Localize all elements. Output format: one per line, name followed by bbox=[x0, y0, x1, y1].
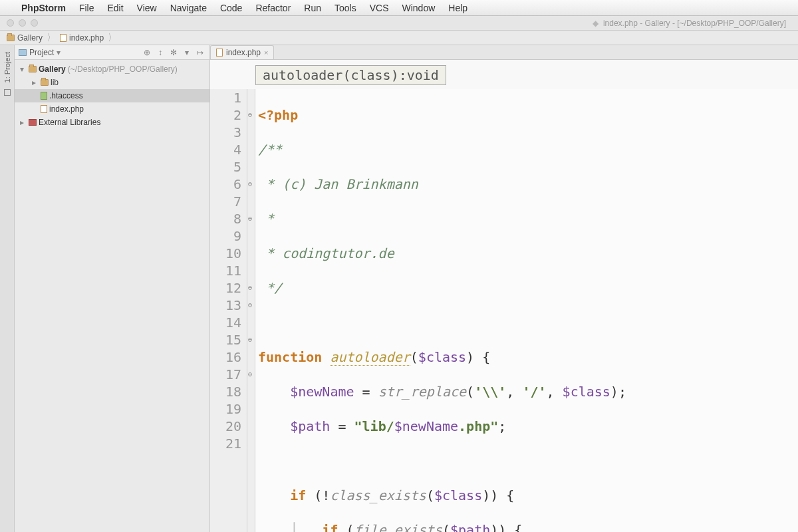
menu-window[interactable]: Window bbox=[402, 3, 436, 13]
fold-icon[interactable]: ⊖ bbox=[248, 106, 252, 124]
function-signature[interactable]: autoloader(class):void bbox=[255, 65, 446, 85]
hide-icon[interactable]: ↦ bbox=[195, 48, 205, 57]
breadcrumb-index[interactable]: index.php bbox=[57, 33, 106, 43]
macos-menubar: PhpStorm File Edit View Navigate Code Re… bbox=[0, 0, 798, 16]
breadcrumb-label: index.php bbox=[69, 33, 104, 43]
htaccess-file-icon bbox=[41, 92, 47, 100]
line-gutter: 123456789101112131415161718192021 bbox=[210, 89, 247, 532]
app-name[interactable]: PhpStorm bbox=[21, 3, 66, 13]
tree-item-lib[interactable]: ▸ lib bbox=[15, 76, 209, 89]
code-text[interactable]: <?php /** * (c) Jan Brinkmann * * coding… bbox=[255, 89, 798, 532]
tree-arrow-icon[interactable]: ▸ bbox=[32, 78, 39, 87]
menu-edit[interactable]: Edit bbox=[107, 3, 123, 13]
php-file-icon: ◆ bbox=[593, 19, 598, 28]
main-area: 1: Project Project ▾ ⊕ ↕ ✻ ▾ ↦ ▾ Gallery… bbox=[0, 45, 798, 532]
tree-item-label: lib bbox=[51, 78, 59, 87]
code-area[interactable]: 123456789101112131415161718192021 ⊖ ⊖ ⊖ … bbox=[210, 89, 798, 532]
breadcrumb: Gallery 〉 index.php 〉 bbox=[0, 31, 798, 45]
chevron-right-icon: 〉 bbox=[106, 32, 118, 44]
folder-icon bbox=[29, 66, 37, 72]
breadcrumb-gallery[interactable]: Gallery bbox=[4, 33, 45, 43]
breadcrumb-label: Gallery bbox=[17, 33, 43, 43]
php-file-icon bbox=[216, 49, 223, 57]
tree-external-libs[interactable]: ▸ External Libraries bbox=[15, 116, 209, 129]
folder-icon bbox=[41, 79, 49, 86]
menu-vcs[interactable]: VCS bbox=[370, 3, 389, 13]
fold-icon[interactable]: ⊖ bbox=[248, 210, 252, 227]
gear-icon[interactable]: ✻ bbox=[168, 48, 179, 57]
tree-root[interactable]: ▾ Gallery (~/Desktop/PHP_OOP/Gallery) bbox=[15, 63, 209, 76]
editor: index.php × autoloader(class):void 12345… bbox=[210, 45, 798, 532]
tool-icon[interactable] bbox=[4, 89, 11, 96]
editor-tab-label: index.php bbox=[226, 48, 261, 57]
tree-item-label: External Libraries bbox=[39, 118, 100, 127]
fold-gutter: ⊖ ⊖ ⊖ ⊖ ⊖ ⊖ ⊖ bbox=[247, 89, 255, 532]
tree-arrow-icon[interactable]: ▸ bbox=[20, 118, 27, 127]
tree-arrow-icon[interactable]: ▾ bbox=[20, 65, 27, 74]
breadcrumb-signature: autoloader(class):void bbox=[210, 60, 798, 89]
menu-view[interactable]: View bbox=[137, 3, 157, 13]
window-titlebar: ◆ index.php - Gallery - [~/Desktop/PHP_O… bbox=[0, 16, 798, 31]
tool-window-strip: 1: Project bbox=[0, 45, 15, 532]
fold-icon[interactable]: ⊖ bbox=[248, 366, 252, 383]
editor-tab-index[interactable]: index.php × bbox=[210, 45, 274, 59]
project-selector[interactable]: Project ▾ bbox=[19, 48, 61, 57]
php-file-icon bbox=[41, 105, 47, 113]
menu-run[interactable]: Run bbox=[304, 3, 321, 13]
traffic-lights bbox=[0, 19, 38, 27]
project-tree: ▾ Gallery (~/Desktop/PHP_OOP/Gallery) ▸ … bbox=[15, 60, 209, 132]
menu-navigate[interactable]: Navigate bbox=[170, 3, 207, 13]
libraries-icon bbox=[29, 119, 37, 126]
minimize-window-icon[interactable] bbox=[19, 19, 26, 27]
menu-code[interactable]: Code bbox=[220, 3, 242, 13]
editor-tabbar: index.php × bbox=[210, 45, 798, 60]
project-sidebar: Project ▾ ⊕ ↕ ✻ ▾ ↦ ▾ Gallery (~/Desktop… bbox=[15, 45, 210, 532]
tree-root-name: Gallery bbox=[39, 65, 66, 74]
menu-help[interactable]: Help bbox=[448, 3, 467, 13]
project-icon bbox=[19, 49, 27, 56]
php-file-icon bbox=[60, 34, 66, 42]
tree-item-label: index.php bbox=[49, 104, 84, 114]
chevron-down-icon[interactable]: ▾ bbox=[183, 48, 191, 57]
menu-file[interactable]: File bbox=[79, 3, 94, 13]
fold-icon[interactable]: ⊖ bbox=[248, 297, 252, 314]
window-title-text: index.php - Gallery - [~/Desktop/PHP_OOP… bbox=[603, 19, 786, 28]
project-label: Project bbox=[29, 48, 54, 57]
chevron-down-icon: ▾ bbox=[57, 48, 61, 57]
close-window-icon[interactable] bbox=[7, 19, 14, 27]
tree-root-path: (~/Desktop/PHP_OOP/Gallery) bbox=[68, 65, 178, 74]
chevron-right-icon: 〉 bbox=[45, 32, 57, 44]
fold-icon[interactable]: ⊖ bbox=[248, 331, 252, 348]
tree-item-htaccess[interactable]: .htaccess bbox=[15, 89, 209, 102]
menu-refactor[interactable]: Refactor bbox=[255, 3, 291, 13]
zoom-window-icon[interactable] bbox=[31, 19, 38, 27]
tree-item-index[interactable]: index.php bbox=[15, 102, 209, 116]
collapse-icon[interactable]: ↕ bbox=[156, 48, 164, 57]
tool-tab-project[interactable]: 1: Project bbox=[2, 49, 13, 85]
menu-tools[interactable]: Tools bbox=[334, 3, 356, 13]
window-title: ◆ index.php - Gallery - [~/Desktop/PHP_O… bbox=[593, 19, 786, 28]
folder-icon bbox=[7, 35, 15, 41]
tree-item-label: .htaccess bbox=[49, 91, 83, 100]
fold-icon[interactable]: ⊖ bbox=[248, 176, 252, 193]
sidebar-header: Project ▾ ⊕ ↕ ✻ ▾ ↦ bbox=[15, 45, 209, 60]
locate-icon[interactable]: ⊕ bbox=[142, 48, 152, 57]
close-icon[interactable]: × bbox=[264, 49, 268, 57]
fold-icon[interactable]: ⊖ bbox=[248, 279, 252, 297]
